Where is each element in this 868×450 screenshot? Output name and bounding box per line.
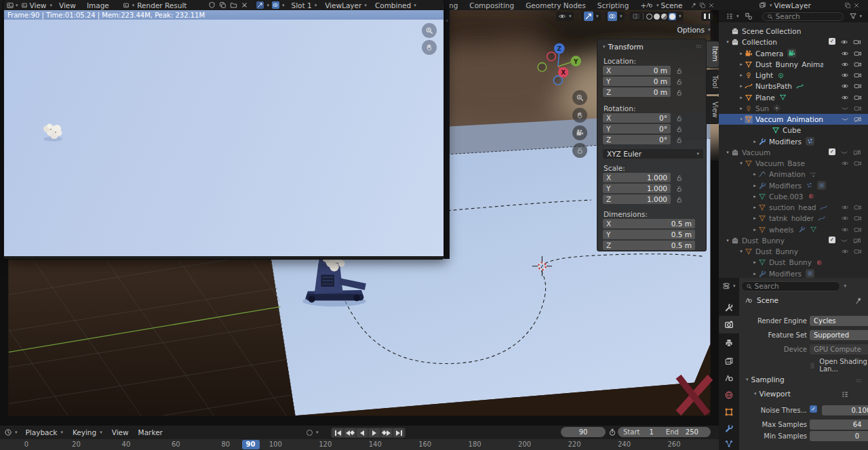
sec-scale-x-field[interactable]: X1.000 bbox=[603, 173, 671, 182]
overlays-toggle[interactable]: ▾ bbox=[272, 1, 285, 9]
end-frame-field[interactable]: 250 bbox=[686, 428, 698, 436]
hide-viewport-toggle[interactable] bbox=[841, 94, 849, 102]
collapse-region-arrow[interactable]: ‹ bbox=[444, 17, 450, 24]
sec-location-z-field[interactable]: Z0 m bbox=[603, 87, 671, 97]
outliner-row-cube[interactable]: Cube bbox=[719, 125, 868, 136]
expand-arrow-icon[interactable]: ▸ bbox=[738, 83, 745, 89]
gizmos-toggle[interactable]: ▾ bbox=[256, 1, 269, 9]
hide-viewport-toggle[interactable] bbox=[841, 49, 849, 58]
outliner-row-dust_bunny[interactable]: ▾Dust_Bunny✓ bbox=[719, 235, 868, 246]
hide-viewport-toggle[interactable] bbox=[841, 71, 849, 79]
collapse-arrow-icon[interactable]: ▾ bbox=[724, 39, 731, 45]
disable-render-toggle[interactable] bbox=[854, 247, 862, 255]
overlays-toggle[interactable]: ▾ bbox=[606, 12, 625, 21]
disable-render-toggle[interactable] bbox=[854, 60, 862, 68]
jump-to-start-button[interactable] bbox=[332, 428, 343, 437]
expand-arrow-icon[interactable]: ▸ bbox=[751, 271, 758, 277]
auto-keying-button[interactable]: ▾ bbox=[307, 430, 319, 436]
new-viewlayer-icon[interactable] bbox=[844, 2, 851, 9]
expand-arrow-icon[interactable]: ▸ bbox=[738, 51, 745, 56]
hide-viewport-toggle[interactable] bbox=[840, 38, 848, 46]
filter-objects-button[interactable] bbox=[745, 12, 753, 20]
outliner-row-vacuum[interactable]: ▾Vacuum✓ bbox=[719, 147, 868, 158]
collapse-arrow-icon[interactable]: ▾ bbox=[724, 238, 731, 243]
sec-dimensions-x-field[interactable]: X0.5 m bbox=[603, 219, 695, 228]
transform-panel-header[interactable]: ▾Transform bbox=[601, 43, 644, 51]
outliner-filter-button[interactable]: ▾ bbox=[849, 12, 863, 20]
outliner-row-suction_head[interactable]: ▸suction_head bbox=[719, 202, 868, 213]
min-samples-field[interactable]: 0 bbox=[810, 431, 868, 441]
max-samples-field[interactable]: 64 bbox=[810, 420, 868, 430]
sidebar-tab-view[interactable]: View bbox=[707, 96, 719, 124]
close-icon[interactable] bbox=[708, 2, 715, 9]
outliner-row-animation[interactable]: ▸Animation bbox=[719, 169, 868, 180]
workspace-tab-compositing[interactable]: Compositing bbox=[469, 1, 514, 9]
editor-mode-dropdown[interactable]: View▾ bbox=[21, 1, 52, 9]
viewport-zoom-button[interactable] bbox=[572, 90, 587, 105]
disable-render-toggle-off[interactable] bbox=[853, 148, 861, 157]
editor-type-button[interactable]: ▾ bbox=[4, 428, 18, 436]
playback-menu[interactable]: Playback▾ bbox=[26, 428, 63, 436]
collapse-arrow-icon[interactable]: ▾ bbox=[738, 117, 745, 122]
hide-viewport-toggle-off[interactable] bbox=[840, 237, 848, 245]
image-menu[interactable]: Image bbox=[83, 1, 113, 9]
device-dropdown[interactable]: GPU Compute▾ bbox=[810, 344, 868, 354]
keying-menu[interactable]: Keying▾ bbox=[73, 428, 102, 436]
rendered-image[interactable] bbox=[4, 20, 443, 256]
properties-search-input[interactable]: Search bbox=[741, 281, 840, 291]
outliner-row-dust_bunny[interactable]: ▸Dust_Bunny bbox=[719, 257, 868, 268]
marker-menu[interactable]: Marker bbox=[138, 428, 163, 436]
workspace-tab-scripting[interactable]: Scripting bbox=[597, 1, 629, 9]
gizmos-toggle[interactable]: ▾ bbox=[582, 12, 601, 21]
image-pan-button[interactable] bbox=[422, 40, 437, 55]
new-scene-icon[interactable] bbox=[699, 2, 706, 9]
shading-solid-button[interactable] bbox=[654, 14, 660, 20]
preset-menu-icon[interactable] bbox=[841, 390, 849, 398]
hide-viewport-toggle-off[interactable] bbox=[841, 104, 849, 112]
properties-options-chevron[interactable]: ▾ bbox=[844, 283, 847, 289]
disable-render-toggle-off[interactable] bbox=[853, 237, 861, 245]
disable-render-toggle-off[interactable] bbox=[854, 115, 862, 123]
disable-render-toggle[interactable] bbox=[854, 104, 862, 112]
view-menu[interactable]: View bbox=[112, 428, 129, 436]
disable-render-toggle[interactable] bbox=[854, 94, 862, 102]
outliner-row-dust_bunny_animation[interactable]: ▸Dust_Bunny_Animation bbox=[719, 59, 868, 70]
noise-threshold-field[interactable]: 0.1000 bbox=[822, 405, 868, 415]
sec-scale-y-field[interactable]: Y1.000 bbox=[603, 184, 671, 193]
outliner-row-cube-003[interactable]: ▸Cube.003 bbox=[719, 191, 868, 202]
collection-checkbox[interactable]: ✓ bbox=[829, 237, 835, 243]
gizmo-axis-negy[interactable] bbox=[538, 63, 547, 72]
sec-location-y-field[interactable]: Y0 m bbox=[603, 77, 671, 86]
expand-arrow-icon[interactable]: ▸ bbox=[738, 95, 745, 100]
shading-rendered-button[interactable] bbox=[669, 13, 676, 20]
collection-checkbox[interactable]: ✓ bbox=[829, 148, 835, 155]
hide-viewport-toggle-off[interactable] bbox=[840, 148, 848, 157]
disable-render-toggle[interactable] bbox=[854, 226, 862, 234]
outliner-row-sun[interactable]: ▸Sun bbox=[719, 103, 868, 114]
play-reverse-button[interactable] bbox=[357, 428, 368, 437]
outliner-row-light[interactable]: ▸Light bbox=[719, 70, 868, 81]
view-menu[interactable]: View bbox=[55, 1, 80, 9]
disable-render-toggle[interactable] bbox=[854, 82, 862, 90]
xray-toggle-icon[interactable] bbox=[632, 12, 640, 20]
hide-viewport-toggle[interactable] bbox=[841, 247, 849, 255]
open-folder-icon[interactable] bbox=[230, 1, 237, 9]
rotation-mode-dropdown[interactable]: XYZ Euler ▾ bbox=[603, 149, 703, 159]
outliner-row-camera[interactable]: ▸Camera bbox=[719, 48, 868, 59]
collapse-arrow-icon[interactable]: ▾ bbox=[724, 150, 731, 155]
viewport-pan-button[interactable] bbox=[572, 108, 587, 123]
pin-icon[interactable] bbox=[854, 297, 863, 305]
options-dropdown[interactable]: Options▾ bbox=[677, 24, 711, 35]
unlink-icon[interactable] bbox=[241, 1, 248, 9]
outliner-row-modifiers[interactable]: ▸Modifiers bbox=[719, 180, 868, 191]
expand-arrow-icon[interactable]: ▸ bbox=[751, 194, 758, 199]
viewport-lock-button[interactable] bbox=[572, 143, 587, 158]
outliner-row-scene-collection[interactable]: Scene Collection bbox=[719, 26, 868, 37]
duplicate-icon[interactable] bbox=[219, 1, 226, 9]
outliner-row-dust_bunny[interactable]: ▾Dust_Bunny bbox=[719, 246, 868, 257]
disable-render-toggle[interactable] bbox=[854, 159, 862, 167]
outliner-search-input[interactable]: Search bbox=[762, 12, 844, 21]
layer-selector[interactable]: ViewLayer▾ bbox=[325, 1, 367, 9]
close-icon[interactable] bbox=[853, 2, 860, 9]
editor-type-button[interactable]: ▾ bbox=[6, 1, 18, 9]
